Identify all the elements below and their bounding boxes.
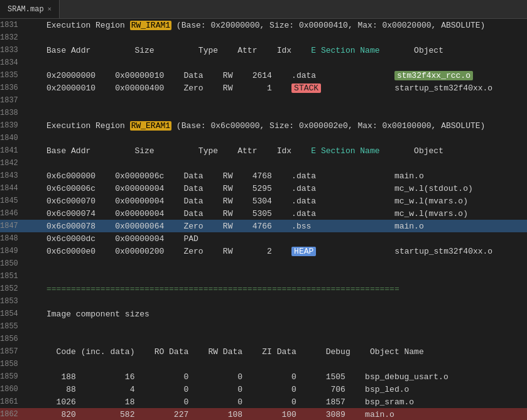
line-number: 1846: [0, 209, 27, 218]
stack-badge: STACK: [291, 83, 321, 93]
line-text: Image component sizes: [27, 310, 527, 319]
line-number: 1857: [0, 347, 27, 356]
line-number: 1847: [0, 222, 27, 230]
line-text: [27, 159, 527, 168]
line-text: Base Addr Size Type Attr Idx E Section N…: [27, 146, 527, 156]
line-1834: 1834: [0, 57, 527, 69]
line-1833: 1833 Base Addr Size Type Attr Idx E Sect…: [0, 44, 527, 57]
line-text: 1026 18 0 0 0 1857 bsp_sram.o: [27, 397, 527, 407]
rw-iram1-badge: RW_IRAM1: [130, 21, 171, 30]
line-text: [27, 109, 527, 118]
line-text: [27, 134, 527, 143]
line-1861: 1861 1026 18 0 0 0 1857 bsp_sram.o: [0, 396, 527, 408]
line-number: 1848: [0, 234, 27, 243]
line-1841: 1841 Base Addr Size Type Attr Idx E Sect…: [0, 144, 527, 157]
line-text: [27, 33, 527, 43]
line-number: 1849: [0, 247, 27, 256]
line-1838: 1838: [0, 107, 527, 119]
line-text: 0x20000010 0x00000400 Zero RW 1 STACK st…: [27, 83, 527, 93]
line-text: Base Addr Size Type Attr Idx E Section N…: [27, 46, 527, 55]
line-text: 188 16 0 0 0 1505 bsp_debug_usart.o: [27, 372, 527, 382]
line-text: [27, 259, 527, 269]
line-1840: 1840: [0, 132, 527, 144]
line-1836: 1836 0x20000010 0x00000400 Zero RW 1 STA…: [0, 82, 527, 94]
file-tab[interactable]: SRAM.map ×: [0, 0, 60, 18]
line-1832: 1832: [0, 31, 527, 44]
line-1858: 1858: [0, 358, 527, 370]
tab-label: SRAM.map: [8, 5, 44, 14]
line-text: ========================================…: [27, 284, 527, 294]
line-number: 1844: [0, 184, 27, 193]
line-number: 1852: [0, 284, 27, 293]
line-number: 1856: [0, 335, 27, 343]
line-text: 88 4 0 0 0 706 bsp_led.o: [27, 385, 527, 394]
line-number: 1843: [0, 171, 27, 180]
line-number: 1836: [0, 83, 27, 92]
line-text: 0x6c000078 0x00000064 Zero RW 4766 .bss …: [27, 222, 527, 231]
line-1853: 1853: [0, 295, 527, 308]
line-number: 1860: [0, 385, 27, 394]
line-1852: 1852 ===================================…: [0, 283, 527, 295]
line-text: 0x6c000074 0x00000004 Data RW 5305 .data…: [27, 209, 527, 218]
line-text: [27, 272, 527, 281]
line-number: 1845: [0, 197, 27, 205]
line-text: [27, 58, 527, 68]
line-text: 0x6c0000e0 0x00000200 Zero RW 2 HEAP sta…: [27, 247, 527, 256]
line-1850: 1850: [0, 257, 527, 270]
line-number: 1850: [0, 259, 27, 268]
line-text: [27, 96, 527, 105]
line-1831: 1831 Execution Region RW_IRAM1 (Base: 0x…: [0, 19, 527, 31]
line-number: 1832: [0, 33, 27, 42]
line-text: 0x6c000070 0x00000004 Data RW 5304 .data…: [27, 197, 527, 206]
line-text: 0x6c0000dc 0x00000004 PAD: [27, 234, 527, 244]
line-number: 1862: [0, 410, 27, 419]
line-1851: 1851: [0, 270, 527, 283]
line-number: 1858: [0, 360, 27, 369]
line-1854: 1854 Image component sizes: [0, 308, 527, 320]
line-1835: 1835 0x20000000 0x00000010 Data RW 2614 …: [0, 69, 527, 82]
line-number: 1840: [0, 134, 27, 143]
heap-badge: HEAP: [291, 247, 316, 256]
line-text: Execution Region RW_ERAM1 (Base: 0x6c000…: [27, 121, 527, 131]
line-1857: 1857 Code (inc. data) RO Data RW Data ZI…: [0, 345, 527, 358]
line-text: 0x20000000 0x00000010 Data RW 2614 .data…: [27, 71, 527, 80]
line-text: Code (inc. data) RO Data RW Data ZI Data…: [27, 347, 527, 357]
tab-close-button[interactable]: ×: [48, 6, 52, 13]
line-number: 1842: [0, 159, 27, 168]
line-number: 1841: [0, 146, 27, 155]
line-1862: 1862 820 582 227 108 100 3089 main.o: [0, 408, 527, 420]
editor-area: 1831 Execution Region RW_IRAM1 (Base: 0x…: [0, 19, 527, 420]
line-number: 1855: [0, 322, 27, 331]
line-number: 1851: [0, 272, 27, 281]
rw-eram1-badge: RW_ERAM1: [130, 121, 171, 131]
line-number: 1835: [0, 71, 27, 80]
line-number: 1839: [0, 121, 27, 130]
line-1846: 1846 0x6c000074 0x00000004 Data RW 5305 …: [0, 207, 527, 220]
line-text: 820 582 227 108 100 3089 main.o: [27, 410, 527, 419]
line-1847: 1847 0x6c000078 0x00000064 Zero RW 4766 …: [0, 220, 527, 232]
line-1848: 1848 0x6c0000dc 0x00000004 PAD: [0, 232, 527, 245]
line-number: 1837: [0, 96, 27, 105]
line-text: [27, 297, 527, 306]
line-text: 0x6c00006c 0x00000004 Data RW 5295 .data…: [27, 184, 527, 193]
line-number: 1838: [0, 109, 27, 117]
line-number: 1861: [0, 397, 27, 406]
line-text: [27, 360, 527, 369]
obj-green-badge: stm32f4xx_rcc.o: [394, 71, 473, 80]
line-number: 1854: [0, 310, 27, 318]
line-1844: 1844 0x6c00006c 0x00000004 Data RW 5295 …: [0, 182, 527, 195]
line-1856: 1856: [0, 333, 527, 345]
line-text: 0x6c000000 0x0000006c Data RW 4768 .data…: [27, 171, 527, 181]
line-number: 1834: [0, 58, 27, 67]
line-number: 1831: [0, 21, 27, 30]
line-1839: 1839 Execution Region RW_ERAM1 (Base: 0x…: [0, 119, 527, 132]
line-number: 1859: [0, 372, 27, 381]
line-1842: 1842: [0, 157, 527, 170]
line-1849: 1849 0x6c0000e0 0x00000200 Zero RW 2 HEA…: [0, 245, 527, 257]
line-number: 1853: [0, 297, 27, 306]
line-1837: 1837: [0, 94, 527, 107]
line-number: 1833: [0, 46, 27, 55]
line-text: Execution Region RW_IRAM1 (Base: 0x20000…: [27, 21, 527, 30]
line-1859: 1859 188 16 0 0 0 1505 bsp_debug_usart.o: [0, 370, 527, 383]
line-text: [27, 322, 527, 331]
